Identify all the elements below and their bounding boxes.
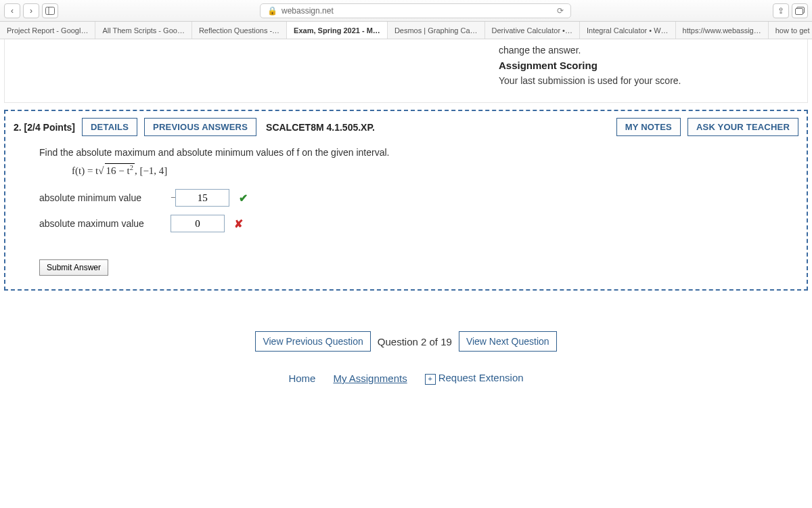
footer-links: Home My Assignments +Request Extension (4, 372, 808, 385)
answer-row: absolute maximum value✘ (39, 215, 780, 232)
question-position-label: Question 2 of 19 (378, 336, 452, 347)
browser-tab[interactable]: All Them Scripts - Goo… (95, 22, 191, 39)
absolute-maximum-input[interactable] (171, 215, 225, 232)
previous-answers-button[interactable]: PREVIOUS ANSWERS (144, 118, 256, 136)
details-button[interactable]: DETAILS (82, 118, 137, 136)
tabs-overview-button[interactable] (792, 3, 808, 18)
question-number-points: 2. [2/4 Points] (14, 122, 75, 133)
browser-tab[interactable]: Integral Calculator • W… (580, 22, 676, 39)
question-formula: f(t) = t√16 − t2, [−1, 4] (72, 163, 780, 177)
absolute-minimum-input[interactable] (175, 189, 229, 207)
svg-rect-3 (796, 8, 803, 14)
browser-tab[interactable]: how to get inflection p… (769, 22, 812, 39)
back-button[interactable]: ‹ (4, 3, 20, 18)
tab-strip: Project Report - Googl…All Them Scripts … (0, 22, 812, 39)
question-reference: SCALCET8M 4.1.505.XP. (266, 122, 375, 133)
my-notes-button[interactable]: MY NOTES (616, 118, 681, 136)
home-link[interactable]: Home (288, 373, 315, 384)
cross-icon: ✘ (234, 217, 243, 230)
svg-rect-0 (46, 7, 55, 14)
question-nav: View Previous Question Question 2 of 19 … (4, 331, 808, 352)
share-button[interactable]: ⇪ (773, 3, 789, 18)
ask-teacher-button[interactable]: ASK YOUR TEACHER (687, 118, 798, 136)
url-host: webassign.net (281, 6, 334, 16)
browser-tab[interactable]: Exam, Spring 2021 - M… (287, 22, 388, 39)
check-icon: ✔ (239, 192, 248, 205)
change-answer-text: change the answer. (499, 45, 783, 56)
my-assignments-link[interactable]: My Assignments (333, 373, 407, 384)
browser-tab[interactable]: Project Report - Googl… (0, 22, 95, 39)
scoring-desc: Your last submission is used for your sc… (499, 75, 783, 86)
negative-sign: − (171, 192, 175, 203)
question-panel: 2. [2/4 Points] DETAILS PREVIOUS ANSWERS… (4, 110, 808, 291)
answer-row: absolute minimum value−✔ (39, 189, 780, 207)
answer-label: absolute maximum value (39, 218, 161, 229)
sidebar-toggle-button[interactable] (42, 3, 58, 18)
answer-label: absolute minimum value (39, 192, 161, 203)
reload-icon[interactable]: ⟳ (557, 6, 564, 16)
browser-tab[interactable]: Reflection Questions -… (192, 22, 287, 39)
view-next-question-button[interactable]: View Next Question (459, 331, 557, 352)
browser-toolbar: ‹ › 🔒 webassign.net ⟳ ⇪ (0, 0, 812, 22)
browser-tab[interactable]: Derivative Calculator •… (485, 22, 580, 39)
calendar-plus-icon: + (425, 374, 436, 385)
assignment-scoring-heading: Assignment Scoring (499, 60, 783, 71)
submit-answer-button[interactable]: Submit Answer (39, 259, 108, 276)
assignment-info-panel: change the answer. Assignment Scoring Yo… (4, 39, 808, 103)
browser-tab[interactable]: https://www.webassig… (676, 22, 769, 39)
view-previous-question-button[interactable]: View Previous Question (255, 331, 370, 352)
address-bar[interactable]: 🔒 webassign.net ⟳ (260, 3, 571, 18)
request-extension-link[interactable]: +Request Extension (425, 372, 524, 385)
lock-icon: 🔒 (267, 6, 277, 16)
forward-button[interactable]: › (23, 3, 39, 18)
question-prompt: Find the absolute maximum and absolute m… (39, 147, 780, 158)
browser-tab[interactable]: Desmos | Graphing Ca… (388, 22, 485, 39)
